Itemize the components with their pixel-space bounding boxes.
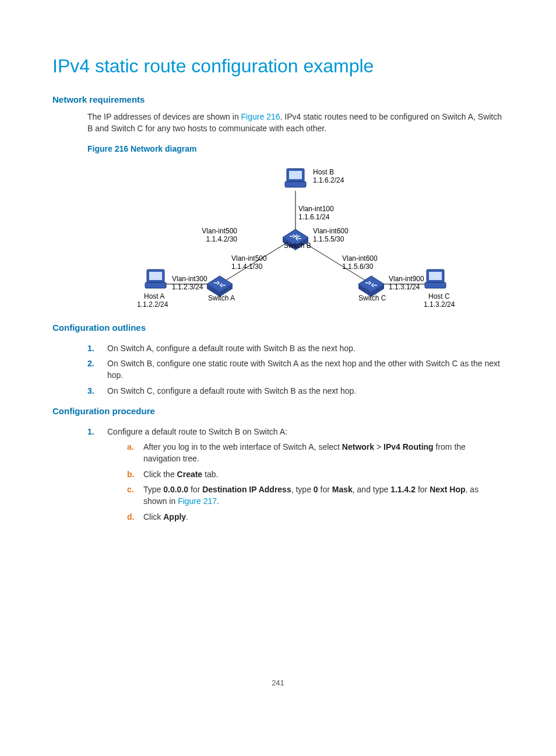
text: for	[188, 485, 202, 494]
ipv4-routing-bold: IPv4 Routing	[383, 442, 434, 452]
list-letter: c.	[127, 484, 143, 508]
mask-bold: Mask	[332, 485, 353, 494]
figure-216-link[interactable]: Figure 216	[241, 112, 280, 121]
list-letter: a.	[127, 441, 143, 465]
text: The IP addresses of devices are shown in	[87, 112, 241, 121]
text: , type	[291, 485, 314, 494]
text: tab.	[202, 470, 218, 479]
svg-rect-6	[289, 171, 302, 179]
list-item: 1. Configure a default route to Switch B…	[87, 426, 504, 526]
host-a-ip: 1.1.2.2/24	[137, 300, 168, 309]
vlan300-label: Vlan-int300	[172, 275, 207, 283]
text: .	[217, 496, 219, 506]
host-c-ip: 1.1.3.2/24	[424, 300, 455, 309]
host-b-label: Host B	[313, 168, 334, 176]
list-letter: b.	[127, 468, 143, 480]
list-item: b. Click the Create tab.	[127, 468, 504, 480]
vlan600b-label: Vlan-int600	[313, 227, 349, 235]
svg-rect-19	[425, 282, 446, 288]
vlan100-ip: 1.1.6.1/24	[298, 213, 330, 221]
text: On Switch C, configure a default route w…	[107, 385, 356, 397]
list-item: a. After you log in to the web interface…	[127, 441, 504, 465]
page-number: 241	[52, 678, 504, 689]
svg-rect-7	[285, 181, 306, 187]
vlan500a-ip: 1.1.4.1/30	[231, 262, 263, 271]
list-number: 2.	[87, 358, 107, 382]
svg-rect-14	[145, 282, 166, 288]
host-c-icon	[425, 270, 446, 288]
vlan900-ip: 1.1.3.1/24	[389, 283, 420, 291]
list-item: 1.On Switch A, configure a default route…	[87, 342, 504, 354]
vlan100-label: Vlan-int100	[298, 205, 334, 213]
switch-a-label: Switch A	[208, 294, 235, 302]
list-item: 3.On Switch C, configure a default route…	[87, 385, 504, 397]
create-bold: Create	[177, 470, 203, 479]
heading-configuration-outlines: Configuration outlines	[52, 321, 504, 334]
text: >	[374, 442, 383, 452]
host-a-label: Host A	[144, 292, 164, 300]
text: Type	[143, 485, 163, 494]
switch-c-label: Switch C	[358, 294, 386, 302]
host-b-ip: 1.1.6.2/24	[313, 176, 344, 184]
text: .	[186, 512, 188, 522]
list-number: 1.	[87, 342, 107, 354]
host-a-icon	[145, 270, 166, 288]
text: On Switch A, configure a default route w…	[107, 342, 356, 354]
text: Click the	[143, 470, 177, 479]
vlan500b-ip: 1.1.4.2/30	[206, 235, 238, 243]
vlan600c-ip: 1.1.5.6/30	[342, 262, 374, 271]
nexthop-bold: Next Hop	[430, 485, 465, 494]
list-number: 3.	[87, 385, 107, 397]
text: Click	[143, 512, 163, 522]
text: After you log in to the web interface of…	[143, 442, 342, 452]
svg-rect-18	[429, 272, 442, 280]
list-letter: d.	[127, 511, 143, 523]
vlan600c-label: Vlan-int600	[342, 254, 378, 262]
switch-b-label: Switch B	[284, 242, 311, 250]
outlines-list: 1.On Switch A, configure a default route…	[87, 342, 504, 397]
procedure-list: 1. Configure a default route to Switch B…	[87, 426, 504, 526]
figure-217-link[interactable]: Figure 217	[178, 496, 217, 506]
text: Configure a default route to Switch B on…	[107, 427, 287, 436]
network-diagram: Host B 1.1.6.2/24 Switch B Vlan-int100 1…	[87, 162, 504, 313]
page-title: IPv4 static route configuration example	[52, 52, 504, 79]
host-c-label: Host C	[428, 292, 450, 300]
text: for	[318, 485, 332, 494]
ip-bold: 0.0.0.0	[163, 485, 188, 494]
vlan500a-label: Vlan-int500	[231, 254, 267, 262]
heading-network-requirements: Network requirements	[52, 93, 504, 106]
figure-216-caption: Figure 216 Network diagram	[87, 143, 504, 155]
zero-bold: 0	[314, 485, 318, 494]
vlan300-ip: 1.1.2.3/24	[172, 283, 203, 291]
destip-bold: Destination IP Address	[202, 485, 291, 494]
text: On Switch B, configure one static route …	[107, 358, 504, 382]
vlan900-label: Vlan-int900	[389, 275, 424, 283]
apply-bold: Apply	[163, 512, 186, 522]
network-bold: Network	[342, 442, 374, 452]
list-item: d. Click Apply.	[127, 511, 504, 523]
svg-rect-13	[149, 272, 162, 280]
list-item: c. Type 0.0.0.0 for Destination IP Addre…	[127, 484, 504, 508]
heading-configuration-procedure: Configuration procedure	[52, 405, 504, 418]
vlan500b-label: Vlan-int500	[202, 227, 237, 235]
network-requirements-para: The IP addresses of devices are shown in…	[87, 111, 504, 135]
vlan600b-ip: 1.1.5.5/30	[313, 235, 344, 243]
text: , and type	[353, 485, 390, 494]
text: for	[416, 485, 430, 494]
nexthop-ip-bold: 1.1.4.2	[390, 485, 416, 494]
list-item: 2.On Switch B, configure one static rout…	[87, 358, 504, 382]
list-number: 1.	[87, 426, 107, 526]
host-b-icon	[285, 169, 306, 187]
